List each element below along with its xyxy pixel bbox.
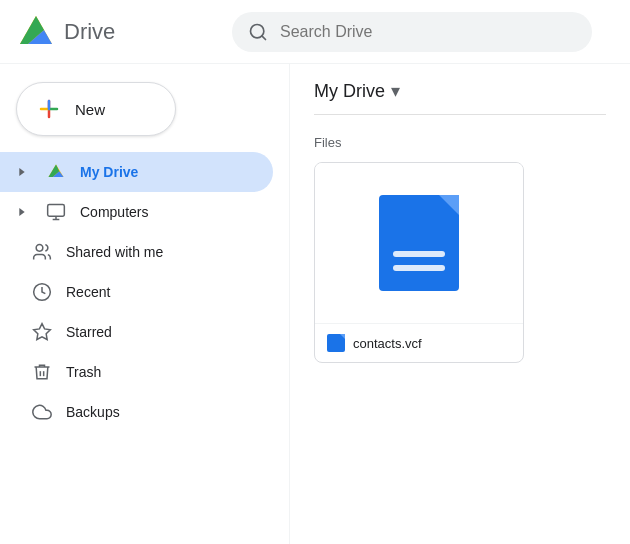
file-footer: contacts.vcf	[315, 323, 523, 362]
logo-text: Drive	[64, 19, 115, 45]
file-doc-line-1	[393, 251, 445, 257]
drive-icon	[46, 162, 66, 182]
computer-icon	[46, 202, 66, 222]
search-bar[interactable]	[232, 12, 592, 52]
file-name: contacts.vcf	[353, 336, 422, 351]
svg-marker-13	[19, 208, 24, 216]
clock-icon	[32, 282, 52, 302]
sidebar-item-recent[interactable]: Recent	[0, 272, 273, 312]
file-doc-icon	[379, 195, 459, 291]
file-small-icon	[327, 334, 345, 352]
trash-label: Trash	[66, 364, 101, 380]
svg-marker-19	[34, 324, 51, 340]
star-icon	[32, 322, 52, 342]
svg-rect-14	[48, 205, 65, 217]
expand-arrow-computers-icon	[12, 202, 32, 222]
sidebar-item-computers[interactable]: Computers	[0, 192, 273, 232]
trash-icon	[32, 362, 52, 382]
new-button[interactable]: New	[16, 82, 176, 136]
starred-label: Starred	[66, 324, 112, 340]
logo-area: Drive	[16, 12, 216, 52]
search-icon	[248, 22, 268, 42]
content-area: My Drive ▾ Files contacts.vcf	[290, 64, 630, 544]
sidebar-item-trash[interactable]: Trash	[0, 352, 273, 392]
section-label: Files	[314, 135, 606, 150]
header: Drive	[0, 0, 630, 64]
dropdown-arrow-icon[interactable]: ▾	[391, 80, 400, 102]
file-preview	[315, 163, 523, 323]
sidebar-item-shared-with-me[interactable]: Shared with me	[0, 232, 273, 272]
computers-label: Computers	[80, 204, 148, 220]
backups-label: Backups	[66, 404, 120, 420]
drive-logo-icon	[16, 12, 56, 52]
shared-with-me-label: Shared with me	[66, 244, 163, 260]
files-grid: contacts.vcf	[314, 162, 606, 363]
svg-line-4	[262, 35, 266, 39]
cloud-icon	[32, 402, 52, 422]
sidebar: New My Drive	[0, 64, 290, 544]
file-card[interactable]: contacts.vcf	[314, 162, 524, 363]
recent-label: Recent	[66, 284, 110, 300]
content-title: My Drive	[314, 81, 385, 102]
my-drive-label: My Drive	[80, 164, 138, 180]
sidebar-item-starred[interactable]: Starred	[0, 312, 273, 352]
sidebar-item-backups[interactable]: Backups	[0, 392, 273, 432]
people-icon	[32, 242, 52, 262]
new-button-label: New	[75, 101, 105, 118]
content-header: My Drive ▾	[314, 80, 606, 115]
svg-marker-9	[19, 168, 24, 176]
expand-arrow-icon	[12, 162, 32, 182]
svg-point-17	[36, 245, 43, 252]
plus-icon	[37, 97, 61, 121]
file-doc-line-2	[393, 265, 445, 271]
main-layout: New My Drive	[0, 64, 630, 544]
sidebar-item-my-drive[interactable]: My Drive	[0, 152, 273, 192]
search-input[interactable]	[280, 23, 576, 41]
